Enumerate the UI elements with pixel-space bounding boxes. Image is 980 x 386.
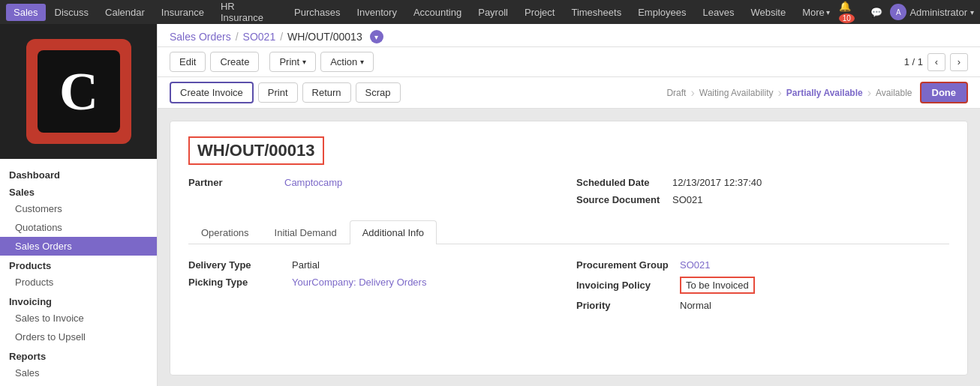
document-title: WH/OUT/00013 (188, 136, 324, 165)
top-navigation: Sales Discuss Calendar Insurance HR Insu… (0, 0, 980, 24)
status-partially-available: Partially Available (786, 88, 863, 98)
breadcrumb-so021[interactable]: SO021 (243, 31, 276, 43)
partner-label: Partner (188, 177, 278, 188)
breadcrumb-current: WH/OUT/00013 (287, 31, 362, 43)
return-button[interactable]: Return (302, 82, 351, 103)
nav-item-leaves[interactable]: Leaves (695, 4, 741, 21)
source-doc-value: SO021 (672, 194, 702, 205)
delivery-type-value: Partial (292, 259, 320, 271)
sidebar-item-orders-to-upsell[interactable]: Orders to Upsell (0, 328, 157, 346)
nav-item-inventory[interactable]: Inventory (349, 4, 404, 21)
invoicing-policy-label: Invoicing Policy (576, 280, 674, 291)
procurement-group-label: Procurement Group (576, 259, 674, 271)
status-draft: Draft (666, 88, 686, 98)
sidebar-item-sales-orders[interactable]: Sales Orders (0, 237, 157, 256)
sidebar-item-reports-sales[interactable]: Sales (0, 364, 157, 382)
create-invoice-button[interactable]: Create Invoice (170, 82, 254, 103)
admin-menu[interactable]: A Administrator ▾ (890, 4, 974, 20)
next-page-button[interactable]: › (950, 53, 968, 71)
status-available: Available (876, 88, 912, 98)
scrap-button[interactable]: Scrap (356, 82, 401, 103)
procurement-group-value[interactable]: SO021 (680, 259, 710, 271)
tab-initial-demand[interactable]: Initial Demand (262, 220, 350, 244)
document-area: WH/OUT/00013 Partner Camptocamp Schedule… (158, 109, 980, 386)
nav-item-employees[interactable]: Employees (630, 4, 693, 21)
main-layout: C Dashboard Sales Customers Quotations S… (0, 24, 980, 386)
sidebar-nav: Dashboard Sales Customers Quotations Sal… (0, 159, 157, 386)
breadcrumb-sep-1: / (236, 31, 239, 43)
status-pipeline: Draft › Waiting Availability › Partially… (666, 82, 968, 103)
breadcrumb: Sales Orders / SO021 / WH/OUT/00013 ▾ (158, 24, 980, 47)
scheduled-date-value: 12/13/2017 12:37:40 (672, 177, 762, 188)
nav-item-accounting[interactable]: Accounting (406, 4, 469, 21)
procurement-group-field: Procurement Group SO021 (576, 256, 949, 274)
sidebar-dashboard-label: Dashboard (0, 165, 157, 182)
partner-field: Partner Camptocamp (188, 177, 561, 188)
print-status-button[interactable]: Print (258, 82, 298, 103)
step-arrow-3: › (867, 86, 871, 100)
nav-item-timesheets[interactable]: Timesheets (564, 4, 629, 21)
nav-item-more[interactable]: More ▾ (795, 4, 837, 21)
nav-item-discuss[interactable]: Discuss (47, 4, 97, 21)
nav-item-hr-insurance[interactable]: HR Insurance (213, 0, 285, 26)
sidebar-sales-label: Sales (0, 182, 157, 199)
breadcrumb-sep-2: / (280, 31, 283, 43)
nav-item-project[interactable]: Project (517, 4, 562, 21)
priority-field: Priority Normal (576, 297, 949, 314)
nav-item-purchases[interactable]: Purchases (287, 4, 347, 21)
picking-type-label: Picking Type (188, 277, 286, 288)
notification-icon[interactable]: 🔔 10 (839, 1, 864, 23)
chat-icon[interactable]: 💬 (870, 7, 882, 18)
left-fields: Delivery Type Partial Picking Type YourC… (188, 256, 561, 314)
nav-item-payroll[interactable]: Payroll (470, 4, 516, 21)
nav-item-sales[interactable]: Sales (6, 4, 46, 21)
priority-value: Normal (680, 300, 711, 311)
document-card: WH/OUT/00013 Partner Camptocamp Schedule… (170, 121, 968, 376)
dropdown-icon[interactable]: ▾ (370, 30, 383, 43)
logo-image: C (26, 39, 131, 144)
document-tabs: Operations Initial Demand Additional Inf… (188, 220, 949, 244)
chevron-down-icon: ▾ (826, 8, 830, 16)
scheduled-date-field: Scheduled Date 12/13/2017 12:37:40 (576, 177, 949, 188)
sidebar: C Dashboard Sales Customers Quotations S… (0, 24, 158, 386)
sidebar-item-products[interactable]: Products (0, 273, 157, 292)
avatar: A (890, 4, 906, 20)
print-button[interactable]: Print ▾ (269, 52, 316, 72)
sidebar-item-sales-to-invoice[interactable]: Sales to Invoice (0, 309, 157, 328)
create-button[interactable]: Create (210, 52, 259, 72)
priority-label: Priority (576, 300, 674, 311)
document-fields: Partner Camptocamp Scheduled Date 12/13/… (188, 177, 949, 205)
edit-button[interactable]: Edit (170, 52, 206, 72)
sidebar-reports-title: Reports (0, 346, 157, 364)
sidebar-logo: C (0, 24, 158, 159)
done-button[interactable]: Done (920, 82, 969, 103)
status-bar: Create Invoice Print Return Scrap Draft … (158, 77, 980, 109)
picking-type-value[interactable]: YourCompany: Delivery Orders (292, 277, 426, 288)
sidebar-invoicing-title: Invoicing (0, 292, 157, 309)
step-arrow-2: › (778, 86, 782, 100)
nav-item-calendar[interactable]: Calendar (98, 4, 152, 21)
pagination: 1 / 1 ‹ › (904, 53, 968, 71)
tab-operations[interactable]: Operations (188, 220, 262, 244)
action-button[interactable]: Action ▾ (320, 52, 374, 72)
delivery-type-label: Delivery Type (188, 259, 286, 271)
status-waiting: Waiting Availability (699, 88, 774, 98)
source-doc-label: Source Document (576, 194, 666, 205)
action-bar: Edit Create Print ▾ Action ▾ 1 / 1 ‹ › (158, 47, 980, 77)
nav-item-insurance[interactable]: Insurance (154, 4, 212, 21)
sidebar-item-customers[interactable]: Customers (0, 199, 157, 218)
tab-content-additional-info: Delivery Type Partial Picking Type YourC… (188, 256, 949, 314)
pagination-text: 1 / 1 (904, 56, 923, 67)
invoicing-policy-field: Invoicing Policy To be Invoiced (576, 274, 949, 297)
breadcrumb-sales-orders[interactable]: Sales Orders (170, 31, 231, 43)
nav-item-website[interactable]: Website (743, 4, 793, 21)
delivery-type-field: Delivery Type Partial (188, 256, 561, 274)
sidebar-item-quotations[interactable]: Quotations (0, 218, 157, 237)
prev-page-button[interactable]: ‹ (927, 53, 945, 71)
scheduled-date-label: Scheduled Date (576, 177, 666, 188)
tab-additional-info[interactable]: Additional Info (350, 220, 437, 244)
step-arrow-1: › (690, 86, 694, 100)
chevron-down-icon: ▾ (302, 58, 306, 66)
partner-value[interactable]: Camptocamp (284, 177, 342, 188)
invoicing-policy-value: To be Invoiced (680, 277, 755, 294)
